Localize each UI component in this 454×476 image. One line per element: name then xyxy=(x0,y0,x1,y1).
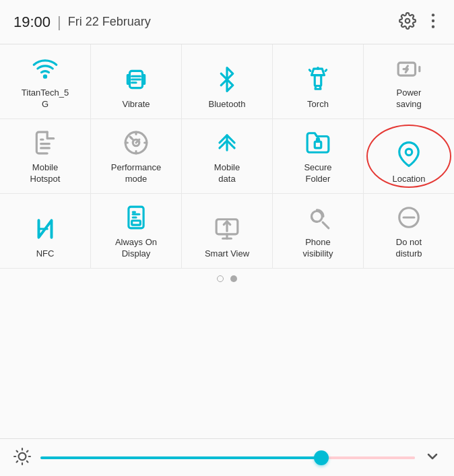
brightness-fill xyxy=(40,456,321,459)
vibrate-icon xyxy=(123,65,149,94)
tile-always-on-display[interactable]: Always OnDisplay xyxy=(91,194,182,268)
tile-smart-view[interactable]: Smart View xyxy=(182,194,273,268)
performance-mode-icon xyxy=(123,129,149,157)
tile-location[interactable]: Location xyxy=(364,119,454,193)
smart-view-label: Smart View xyxy=(205,248,249,260)
vibrate-label: Vibrate xyxy=(123,99,150,110)
tile-phone-visibility[interactable]: Phonevisibility xyxy=(273,194,364,268)
brightness-remaining xyxy=(321,456,415,459)
status-bar: 19:00 | Fri 22 February xyxy=(0,0,454,44)
svg-line-38 xyxy=(323,222,329,228)
time-display: 19:00 xyxy=(13,13,51,31)
brightness-bar xyxy=(0,438,454,476)
divider: | xyxy=(57,13,61,31)
svg-point-2 xyxy=(432,19,434,22)
smart-view-icon xyxy=(214,215,240,243)
svg-rect-32 xyxy=(132,221,141,225)
date-display: Fri 22 February xyxy=(68,15,151,29)
svg-point-41 xyxy=(19,452,26,460)
torch-label: Torch xyxy=(307,99,329,110)
svg-point-27 xyxy=(406,149,412,156)
location-icon xyxy=(396,140,422,168)
torch-icon xyxy=(305,65,331,94)
bluetooth-label: Bluetooth xyxy=(209,99,246,110)
page-dot-2 xyxy=(230,275,237,282)
status-time: 19:00 | Fri 22 February xyxy=(13,13,151,31)
nfc-label: NFC xyxy=(36,248,55,260)
always-on-display-icon xyxy=(123,203,149,232)
tile-secure-folder[interactable]: SecureFolder xyxy=(273,119,364,193)
svg-line-44 xyxy=(17,450,18,452)
tile-torch[interactable]: Torch xyxy=(273,44,364,118)
always-on-display-label: Always OnDisplay xyxy=(115,237,157,260)
tile-mobile-data[interactable]: Mobiledata xyxy=(182,119,273,193)
quick-settings-grid: TitanTech_5G Vibrate xyxy=(0,44,454,438)
svg-point-3 xyxy=(432,25,434,28)
tile-do-not-disturb[interactable]: Do notdisturb xyxy=(364,194,454,268)
wifi-icon xyxy=(32,54,58,82)
mobile-hotspot-icon xyxy=(32,129,58,157)
svg-line-12 xyxy=(325,70,327,71)
brightness-icon xyxy=(13,448,31,468)
mobile-data-label: Mobiledata xyxy=(214,162,240,185)
svg-line-23 xyxy=(131,138,133,139)
svg-line-11 xyxy=(309,70,311,71)
power-saving-label: Powersaving xyxy=(396,88,422,110)
location-label: Location xyxy=(392,174,425,185)
mobile-hotspot-label: MobileHotspot xyxy=(30,162,61,185)
tile-performance-mode[interactable]: Performancemode xyxy=(91,119,182,193)
secure-folder-label: SecureFolder xyxy=(304,162,331,185)
grid-row-3: NFC Always OnDisplay xyxy=(0,194,454,269)
svg-rect-9 xyxy=(315,75,321,86)
more-icon[interactable] xyxy=(426,12,441,32)
svg-line-49 xyxy=(27,450,28,452)
svg-rect-26 xyxy=(315,142,321,149)
quick-settings-panel: 19:00 | Fri 22 February xyxy=(0,0,454,476)
do-not-disturb-label: Do notdisturb xyxy=(395,237,422,260)
chevron-down-icon[interactable] xyxy=(424,448,441,467)
performance-mode-label: Performancemode xyxy=(111,162,161,185)
svg-line-48 xyxy=(17,461,18,462)
pagination xyxy=(0,269,454,286)
tile-vibrate[interactable]: Vibrate xyxy=(91,44,182,118)
tile-wifi[interactable]: TitanTech_5G xyxy=(0,44,91,118)
mobile-data-icon xyxy=(214,129,240,157)
status-action-icons xyxy=(399,12,441,32)
secure-folder-icon xyxy=(305,129,331,157)
tile-nfc[interactable]: NFC xyxy=(0,194,91,268)
settings-icon[interactable] xyxy=(399,12,416,32)
svg-line-45 xyxy=(27,461,28,462)
tile-mobile-hotspot[interactable]: MobileHotspot xyxy=(0,119,91,193)
svg-point-0 xyxy=(406,18,410,23)
grid-row-2: MobileHotspot Perfor xyxy=(0,119,454,194)
wifi-label: TitanTech_5G xyxy=(22,88,69,110)
phone-visibility-icon xyxy=(305,203,331,232)
brightness-thumb[interactable] xyxy=(314,450,329,465)
power-saving-icon xyxy=(396,54,422,82)
svg-point-4 xyxy=(44,75,46,77)
do-not-disturb-icon xyxy=(396,203,422,232)
tile-power-saving[interactable]: Powersaving xyxy=(364,44,454,118)
phone-visibility-label: Phonevisibility xyxy=(303,237,333,260)
page-dot-1 xyxy=(217,275,224,282)
svg-point-1 xyxy=(432,13,434,16)
tile-bluetooth[interactable]: Bluetooth xyxy=(182,44,273,118)
bluetooth-icon xyxy=(214,65,240,94)
brightness-slider[interactable] xyxy=(40,456,415,459)
grid-row-1: TitanTech_5G Vibrate xyxy=(0,44,454,119)
nfc-icon xyxy=(32,215,58,243)
